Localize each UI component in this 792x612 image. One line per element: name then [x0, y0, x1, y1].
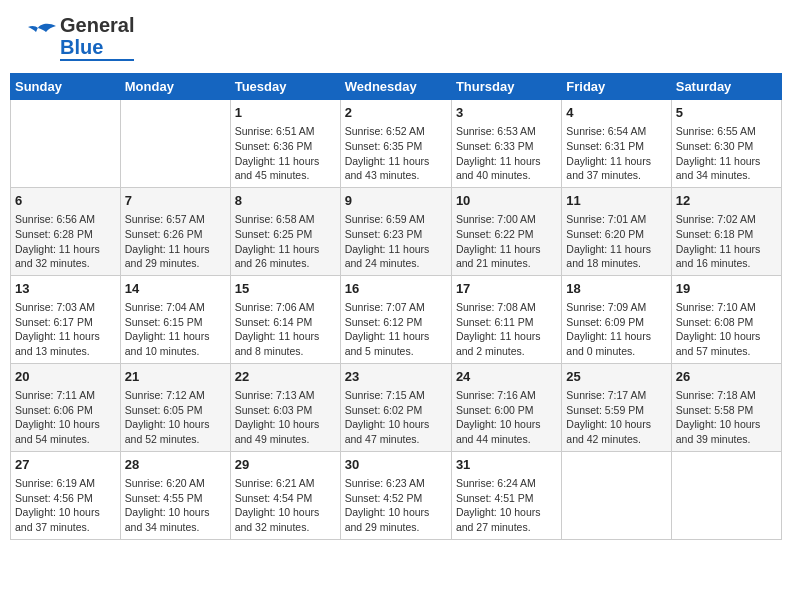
day-info: Sunrise: 6:24 AM Sunset: 4:51 PM Dayligh…: [456, 476, 557, 535]
day-info: Sunrise: 7:06 AM Sunset: 6:14 PM Dayligh…: [235, 300, 336, 359]
day-number: 3: [456, 104, 557, 122]
calendar-week-row: 13Sunrise: 7:03 AM Sunset: 6:17 PM Dayli…: [11, 275, 782, 363]
day-number: 24: [456, 368, 557, 386]
calendar-day-cell: 27Sunrise: 6:19 AM Sunset: 4:56 PM Dayli…: [11, 451, 121, 539]
day-of-week-header: Sunday: [11, 74, 121, 100]
calendar-day-cell: 10Sunrise: 7:00 AM Sunset: 6:22 PM Dayli…: [451, 187, 561, 275]
calendar-day-cell: 25Sunrise: 7:17 AM Sunset: 5:59 PM Dayli…: [562, 363, 671, 451]
logo: General Blue: [18, 14, 134, 61]
day-number: 27: [15, 456, 116, 474]
calendar-day-cell: 7Sunrise: 6:57 AM Sunset: 6:26 PM Daylig…: [120, 187, 230, 275]
day-number: 1: [235, 104, 336, 122]
day-of-week-header: Friday: [562, 74, 671, 100]
calendar-day-cell: 24Sunrise: 7:16 AM Sunset: 6:00 PM Dayli…: [451, 363, 561, 451]
day-number: 31: [456, 456, 557, 474]
day-number: 11: [566, 192, 666, 210]
calendar-week-row: 1Sunrise: 6:51 AM Sunset: 6:36 PM Daylig…: [11, 100, 782, 188]
day-of-week-header: Tuesday: [230, 74, 340, 100]
day-number: 14: [125, 280, 226, 298]
day-info: Sunrise: 7:17 AM Sunset: 5:59 PM Dayligh…: [566, 388, 666, 447]
day-info: Sunrise: 6:21 AM Sunset: 4:54 PM Dayligh…: [235, 476, 336, 535]
day-number: 21: [125, 368, 226, 386]
day-info: Sunrise: 7:03 AM Sunset: 6:17 PM Dayligh…: [15, 300, 116, 359]
calendar-day-cell: 1Sunrise: 6:51 AM Sunset: 6:36 PM Daylig…: [230, 100, 340, 188]
day-number: 17: [456, 280, 557, 298]
day-info: Sunrise: 7:11 AM Sunset: 6:06 PM Dayligh…: [15, 388, 116, 447]
calendar-day-cell: 30Sunrise: 6:23 AM Sunset: 4:52 PM Dayli…: [340, 451, 451, 539]
calendar-day-cell: 29Sunrise: 6:21 AM Sunset: 4:54 PM Dayli…: [230, 451, 340, 539]
day-info: Sunrise: 6:52 AM Sunset: 6:35 PM Dayligh…: [345, 124, 447, 183]
day-info: Sunrise: 7:07 AM Sunset: 6:12 PM Dayligh…: [345, 300, 447, 359]
day-number: 10: [456, 192, 557, 210]
calendar-day-cell: 17Sunrise: 7:08 AM Sunset: 6:11 PM Dayli…: [451, 275, 561, 363]
day-number: 5: [676, 104, 777, 122]
day-info: Sunrise: 7:12 AM Sunset: 6:05 PM Dayligh…: [125, 388, 226, 447]
calendar-day-cell: [671, 451, 781, 539]
day-info: Sunrise: 7:00 AM Sunset: 6:22 PM Dayligh…: [456, 212, 557, 271]
calendar-day-cell: [562, 451, 671, 539]
day-number: 25: [566, 368, 666, 386]
calendar-day-cell: 3Sunrise: 6:53 AM Sunset: 6:33 PM Daylig…: [451, 100, 561, 188]
calendar-week-row: 27Sunrise: 6:19 AM Sunset: 4:56 PM Dayli…: [11, 451, 782, 539]
day-number: 6: [15, 192, 116, 210]
day-number: 16: [345, 280, 447, 298]
day-info: Sunrise: 7:08 AM Sunset: 6:11 PM Dayligh…: [456, 300, 557, 359]
day-number: 2: [345, 104, 447, 122]
day-info: Sunrise: 6:58 AM Sunset: 6:25 PM Dayligh…: [235, 212, 336, 271]
calendar-table: SundayMondayTuesdayWednesdayThursdayFrid…: [10, 73, 782, 540]
calendar-day-cell: [11, 100, 121, 188]
day-info: Sunrise: 6:57 AM Sunset: 6:26 PM Dayligh…: [125, 212, 226, 271]
calendar-day-cell: 5Sunrise: 6:55 AM Sunset: 6:30 PM Daylig…: [671, 100, 781, 188]
day-info: Sunrise: 6:55 AM Sunset: 6:30 PM Dayligh…: [676, 124, 777, 183]
day-info: Sunrise: 6:53 AM Sunset: 6:33 PM Dayligh…: [456, 124, 557, 183]
day-info: Sunrise: 6:56 AM Sunset: 6:28 PM Dayligh…: [15, 212, 116, 271]
day-number: 30: [345, 456, 447, 474]
day-info: Sunrise: 7:02 AM Sunset: 6:18 PM Dayligh…: [676, 212, 777, 271]
day-info: Sunrise: 7:01 AM Sunset: 6:20 PM Dayligh…: [566, 212, 666, 271]
page-header: General Blue: [10, 10, 782, 65]
day-info: Sunrise: 6:51 AM Sunset: 6:36 PM Dayligh…: [235, 124, 336, 183]
calendar-day-cell: 28Sunrise: 6:20 AM Sunset: 4:55 PM Dayli…: [120, 451, 230, 539]
calendar-day-cell: 23Sunrise: 7:15 AM Sunset: 6:02 PM Dayli…: [340, 363, 451, 451]
day-number: 18: [566, 280, 666, 298]
calendar-day-cell: 12Sunrise: 7:02 AM Sunset: 6:18 PM Dayli…: [671, 187, 781, 275]
calendar-day-cell: 6Sunrise: 6:56 AM Sunset: 6:28 PM Daylig…: [11, 187, 121, 275]
day-info: Sunrise: 6:19 AM Sunset: 4:56 PM Dayligh…: [15, 476, 116, 535]
calendar-day-cell: 14Sunrise: 7:04 AM Sunset: 6:15 PM Dayli…: [120, 275, 230, 363]
day-number: 19: [676, 280, 777, 298]
day-info: Sunrise: 6:20 AM Sunset: 4:55 PM Dayligh…: [125, 476, 226, 535]
calendar-week-row: 6Sunrise: 6:56 AM Sunset: 6:28 PM Daylig…: [11, 187, 782, 275]
calendar-day-cell: 16Sunrise: 7:07 AM Sunset: 6:12 PM Dayli…: [340, 275, 451, 363]
calendar-day-cell: 9Sunrise: 6:59 AM Sunset: 6:23 PM Daylig…: [340, 187, 451, 275]
day-number: 28: [125, 456, 226, 474]
day-info: Sunrise: 7:16 AM Sunset: 6:00 PM Dayligh…: [456, 388, 557, 447]
calendar-day-cell: 21Sunrise: 7:12 AM Sunset: 6:05 PM Dayli…: [120, 363, 230, 451]
calendar-header-row: SundayMondayTuesdayWednesdayThursdayFrid…: [11, 74, 782, 100]
day-number: 13: [15, 280, 116, 298]
day-info: Sunrise: 7:15 AM Sunset: 6:02 PM Dayligh…: [345, 388, 447, 447]
calendar-day-cell: 19Sunrise: 7:10 AM Sunset: 6:08 PM Dayli…: [671, 275, 781, 363]
day-number: 22: [235, 368, 336, 386]
day-number: 4: [566, 104, 666, 122]
day-number: 15: [235, 280, 336, 298]
calendar-week-row: 20Sunrise: 7:11 AM Sunset: 6:06 PM Dayli…: [11, 363, 782, 451]
day-info: Sunrise: 6:54 AM Sunset: 6:31 PM Dayligh…: [566, 124, 666, 183]
day-info: Sunrise: 7:09 AM Sunset: 6:09 PM Dayligh…: [566, 300, 666, 359]
day-info: Sunrise: 6:59 AM Sunset: 6:23 PM Dayligh…: [345, 212, 447, 271]
day-of-week-header: Wednesday: [340, 74, 451, 100]
calendar-day-cell: 15Sunrise: 7:06 AM Sunset: 6:14 PM Dayli…: [230, 275, 340, 363]
day-number: 23: [345, 368, 447, 386]
day-of-week-header: Monday: [120, 74, 230, 100]
calendar-day-cell: 31Sunrise: 6:24 AM Sunset: 4:51 PM Dayli…: [451, 451, 561, 539]
calendar-day-cell: 26Sunrise: 7:18 AM Sunset: 5:58 PM Dayli…: [671, 363, 781, 451]
day-number: 7: [125, 192, 226, 210]
calendar-day-cell: 11Sunrise: 7:01 AM Sunset: 6:20 PM Dayli…: [562, 187, 671, 275]
calendar-day-cell: 22Sunrise: 7:13 AM Sunset: 6:03 PM Dayli…: [230, 363, 340, 451]
day-number: 12: [676, 192, 777, 210]
day-of-week-header: Saturday: [671, 74, 781, 100]
calendar-day-cell: 18Sunrise: 7:09 AM Sunset: 6:09 PM Dayli…: [562, 275, 671, 363]
day-info: Sunrise: 7:10 AM Sunset: 6:08 PM Dayligh…: [676, 300, 777, 359]
calendar-day-cell: [120, 100, 230, 188]
day-number: 20: [15, 368, 116, 386]
day-of-week-header: Thursday: [451, 74, 561, 100]
